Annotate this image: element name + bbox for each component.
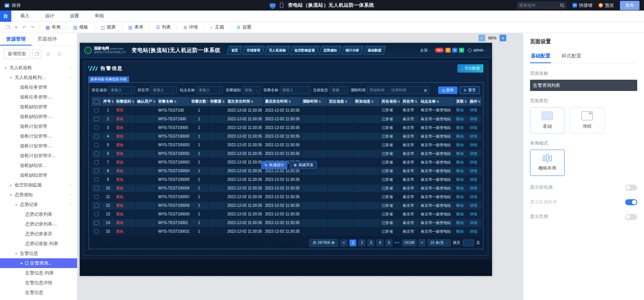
tool-1[interactable]: ▦布局 (42, 24, 64, 30)
expand-all-icon[interactable]: ⊞ (44, 50, 53, 59)
preview-nav-6[interactable]: 统计分析 (341, 46, 364, 55)
sort-icon[interactable]: ⇅ (112, 100, 114, 103)
page-size-select[interactable]: 15 条/页⌄ (428, 239, 451, 246)
page-button-1[interactable]: 1 (349, 239, 356, 246)
row-checkbox[interactable] (94, 134, 99, 138)
row-checkbox[interactable] (94, 143, 99, 147)
tool-4[interactable]: ▤表单 (125, 24, 147, 30)
sort-icon[interactable]: ⇅ (319, 100, 321, 103)
caret-down-icon[interactable]: ▾ (20, 261, 23, 265)
detail-link[interactable]: 详情 (470, 212, 477, 216)
new-page-button[interactable]: 新增页面 (4, 49, 30, 59)
sort-icon[interactable]: ⇅ (207, 100, 209, 103)
column-header-extra[interactable]: 附加信息⇅ (354, 97, 380, 106)
row-checkbox[interactable] (94, 108, 99, 112)
table-row[interactable]: 4紧急WYS-TEST10000012022-12-02 11:30:35202… (92, 132, 481, 141)
caret-down-icon[interactable]: ▾ (9, 76, 13, 80)
tree-item[interactable]: ▾态势记录⋯ (0, 200, 77, 209)
page-preview[interactable]: 国家电网 STATE GRID 国网电力空间技术有限公司 变电站(换流站)无人机… (80, 43, 492, 276)
sort-icon[interactable]: ⇅ (437, 100, 439, 103)
detail-link[interactable]: 详情 (470, 229, 477, 233)
preview-nav-4[interactable]: 低空防御监视 (290, 46, 320, 55)
search-input[interactable] (519, 3, 559, 8)
detail-link[interactable]: 详情 (470, 126, 477, 130)
advanced-dev-button[interactable]: ⚙高级开发 (290, 161, 317, 169)
preview-nav-7[interactable]: 基础数据 (363, 46, 386, 55)
tool-5[interactable]: ☰列表 (152, 24, 175, 30)
filter-select[interactable]: 请输...⌄ (330, 86, 348, 94)
linkage-link[interactable]: 联动 (456, 160, 464, 164)
tree-item[interactable]: ▾无人机巡检列...⋯ (0, 73, 77, 82)
table-row[interactable]: 2紧急WYS-TEST100012022-12-02 11:30:352022-… (92, 115, 481, 123)
tree-item[interactable]: ▾告警查询... (0, 258, 77, 268)
page-button-2[interactable]: 2 (358, 239, 365, 246)
filter-select[interactable]: 请输入⌄ (150, 86, 177, 94)
tree-item[interactable]: 告警信息详情 (0, 278, 77, 288)
sort-icon[interactable]: ⇅ (398, 100, 400, 103)
detail-link[interactable]: 详情 (470, 117, 477, 121)
linkage-link[interactable]: 联动 (456, 177, 464, 182)
sort-icon[interactable]: ⇅ (415, 100, 418, 103)
column-header-station[interactable]: 站点名称⇅ (419, 97, 454, 106)
more-icon[interactable]: ⋯ (69, 182, 73, 188)
tree-item[interactable]: 巡检计划管理 (0, 121, 77, 131)
sort-icon[interactable]: ⇅ (132, 100, 135, 103)
query-button[interactable]: 查询 (438, 86, 457, 94)
page-button-4[interactable]: 4 (377, 239, 383, 246)
sort-icon[interactable]: ⇅ (251, 100, 254, 103)
tool-7[interactable]: ◐主题 (207, 24, 228, 30)
page-name-input[interactable] (530, 80, 637, 91)
alarm-count-badge[interactable]: 0 (445, 48, 451, 53)
sidebar-tab-1[interactable]: 资源管理 (0, 33, 32, 45)
filter-select[interactable]: 请输入⌄ (108, 86, 135, 94)
tool-8[interactable]: ⚙设置 (232, 24, 255, 30)
detail-link[interactable]: 详情 (470, 169, 477, 173)
page-button-5[interactable]: 5 (386, 239, 392, 246)
sort-icon[interactable]: ⇅ (371, 100, 374, 103)
tree-item[interactable]: 巡检计划管理-... (0, 131, 77, 141)
table-row[interactable]: 1紧急WYS-TEST10012022-12-02 11:30:352022-1… (92, 106, 481, 115)
tree-item[interactable]: ▾告警信息 (0, 248, 77, 258)
detail-link[interactable]: 详情 (470, 160, 477, 164)
detail-link[interactable]: 详情 (470, 221, 477, 225)
duplicate-page-icon[interactable]: ❐ (32, 50, 41, 59)
more-icon[interactable]: ⋯ (69, 202, 73, 207)
menu-item-4[interactable]: 审阅 (95, 13, 104, 19)
row-checkbox[interactable] (94, 126, 99, 130)
toggle-switch-1[interactable] (625, 185, 637, 191)
column-header-op[interactable]: 操作⇅ (468, 97, 481, 106)
detail-link[interactable]: 详情 (470, 152, 477, 156)
column-header-source[interactable]: 告警源⇅ (208, 97, 226, 106)
sort-icon[interactable]: ⇅ (345, 100, 348, 103)
linkage-link[interactable]: 联动 (456, 143, 464, 147)
shortcut-button[interactable]: 快捷键 (573, 2, 592, 9)
sort-icon[interactable]: ⇅ (153, 100, 156, 103)
alarm-count-badge[interactable]: 0 (459, 48, 464, 53)
caret-down-icon[interactable]: ▾ (14, 252, 18, 256)
column-header-clear[interactable]: 清除时间⇅ (301, 97, 327, 106)
row-checkbox[interactable] (94, 169, 99, 173)
linkage-link[interactable]: 联动 (456, 126, 464, 130)
caret-down-icon[interactable]: ▾ (4, 66, 8, 70)
alarm-count-badge[interactable]: 99+ (435, 48, 444, 53)
table-row[interactable]: 3紧急WYS-TEST1000012022-12-02 11:30:352022… (92, 123, 481, 132)
detail-link[interactable]: 详情 (470, 177, 477, 182)
linkage-link[interactable]: 联动 (456, 108, 464, 112)
toggle-switch-2[interactable] (625, 199, 637, 205)
page-type-basic[interactable]: 基础 (530, 107, 565, 133)
tool-2[interactable]: ▥模板 (69, 24, 92, 30)
row-checkbox[interactable] (94, 160, 99, 164)
detail-link[interactable]: 详情 (470, 108, 477, 112)
row-checkbox[interactable] (94, 152, 99, 156)
row-checkbox[interactable] (94, 117, 99, 121)
sort-icon[interactable]: ⇅ (465, 100, 467, 103)
linkage-link[interactable]: 联动 (456, 169, 464, 173)
search-icon[interactable] (560, 3, 564, 8)
menu-item-1[interactable]: 插入 (20, 13, 29, 19)
app-logo[interactable]: 台 (0, 11, 11, 22)
tree-item[interactable]: 巡检缺陷管... (0, 161, 77, 170)
row-checkbox[interactable] (94, 177, 99, 182)
panel-tab-2[interactable]: 样式配置 (561, 50, 582, 63)
column-header-last[interactable]: 最后发生时间⇅ (263, 97, 301, 106)
menu-item-3[interactable]: 设置 (70, 13, 79, 19)
